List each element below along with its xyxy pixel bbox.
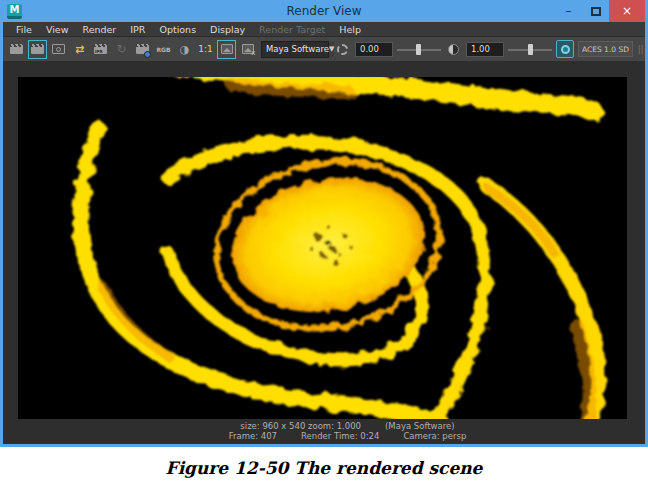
exposure-slider[interactable] [397,41,441,58]
redo-previous-render-button[interactable] [28,40,47,59]
rendered-galaxy-image[interactable] [18,77,627,419]
render-sequence-button[interactable]: ⇄ [70,40,89,59]
render-viewport: size: 960 x 540 zoom: 1.000 (Maya Softwa… [3,61,645,443]
gamma-toggle-button[interactable] [444,40,463,59]
gamma-slider[interactable] [508,41,552,58]
real-size-icon: 1:1 [198,44,212,54]
keep-image-icon [221,44,233,54]
colorspace-button[interactable]: ACES 1.0 SD [578,41,633,57]
gamma-field[interactable]: 1.00 [466,42,504,57]
snapshot-icon [52,44,65,54]
redo-render-icon [31,44,44,54]
maximize-icon [591,7,601,16]
rgb-channels-button[interactable]: RGB [154,40,173,59]
gamma-value: 1.00 [471,44,490,54]
close-icon: × [622,4,632,18]
renderer-dropdown[interactable]: Maya Software ▼ [261,41,329,58]
refresh-ipr-button: ↻ [112,40,131,59]
menu-help[interactable]: Help [332,22,368,37]
menubar: File View Render IPR Options Display Ren… [3,22,645,37]
render-view-window: M Render View – × File View Render IPR O… [0,0,648,447]
status-camera: Camera: persp [403,431,466,441]
minimize-button[interactable]: – [555,0,582,22]
settings-dot-icon [144,51,151,58]
pause-icon: || [638,45,643,54]
status-renderer: (Maya Software) [385,421,455,431]
menu-render[interactable]: Render [75,22,123,37]
remove-image-button[interactable]: x [238,40,257,59]
exposure-toggle-button[interactable] [333,40,352,59]
alpha-channel-icon: ◑ [180,43,190,56]
exposure-icon [337,44,348,55]
exposure-slider-handle[interactable] [416,44,421,55]
window-title: Render View [3,4,645,18]
render-sequence-icon: ⇄ [75,43,84,56]
menu-render-target: Render Target [252,22,332,37]
status-frame: Frame: 407 [229,431,277,441]
color-management-icon [561,45,570,54]
menu-display[interactable]: Display [203,22,252,37]
menu-view[interactable]: View [39,22,76,37]
colorspace-label: ACES 1.0 SD [582,45,629,54]
maximize-button[interactable] [582,0,609,22]
titlebar: M Render View – × [3,0,645,22]
menu-ipr[interactable]: IPR [123,22,152,37]
figure-caption: Figure 12-50 The rendered scene [0,458,648,478]
exposure-value: 0.00 [360,44,379,54]
ipr-render-icon: IPR [94,44,107,54]
rgb-channels-icon: RGB [156,46,170,53]
render-current-frame-button[interactable] [7,40,26,59]
render-icon [10,44,23,54]
menu-options[interactable]: Options [152,22,203,37]
close-button[interactable]: × [609,0,645,22]
color-management-button[interactable] [556,40,574,58]
render-settings-button[interactable] [133,40,152,59]
gamma-icon [448,44,459,55]
keep-image-button[interactable] [217,40,236,59]
remove-image-icon: x [242,44,254,54]
status-render-time: Render Time: 0:24 [301,431,379,441]
alpha-channel-button[interactable]: ◑ [175,40,194,59]
menu-file[interactable]: File [9,22,39,37]
toolbar: ⇄ IPR ↻ RGB ◑ 1:1 x Maya Software ▼ 0.00… [3,37,645,61]
window-controls: – × [555,0,645,22]
exposure-field[interactable]: 0.00 [355,42,393,57]
real-size-button[interactable]: 1:1 [196,40,215,59]
ipr-render-button[interactable]: IPR [91,40,110,59]
renderer-dropdown-value: Maya Software [262,44,329,54]
snapshot-button[interactable] [49,40,68,59]
status-size-zoom: size: 960 x 540 zoom: 1.000 [240,421,361,431]
refresh-ipr-icon: ↻ [116,42,126,56]
render-statusbar: size: 960 x 540 zoom: 1.000 (Maya Softwa… [43,421,648,441]
minimize-icon: – [566,4,572,18]
gamma-slider-handle[interactable] [528,44,533,55]
